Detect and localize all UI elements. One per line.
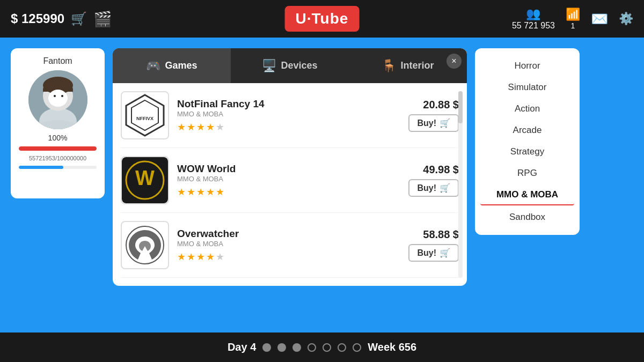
logo-container: U·Tube (285, 6, 360, 32)
item-logo-wow: W (121, 156, 169, 204)
genre-item-rpg[interactable]: RPG (480, 164, 574, 183)
shop-tabs: 🎮 Games 🖥️ Devices 🪑 Interior × (113, 48, 467, 83)
buy-label-nffivx: Buy! (417, 119, 436, 128)
item-stars-nffivx: ★★★★★ (177, 121, 400, 133)
signal-icon: 📶 (566, 8, 580, 21)
item-logo-overwatcher (121, 221, 169, 269)
item-title-overwatcher: Overwatcher (177, 228, 400, 240)
mail-icon[interactable]: ✉️ (591, 11, 608, 27)
devices-tab-icon: 🖥️ (262, 59, 276, 73)
progress-dot-4 (308, 343, 316, 352)
genre-item-simulator[interactable]: Simulator (480, 78, 574, 97)
progress-dot-3 (292, 343, 301, 352)
logo-text: U·Tube (296, 10, 349, 27)
buy-button-nffivx[interactable]: Buy! 🛒 (408, 114, 459, 132)
genre-item-arcade[interactable]: Arcade (480, 121, 574, 140)
sub-count: 55721953/100000000 (29, 155, 86, 161)
item-stars-wow: ★★★★★ (177, 186, 400, 198)
tab-games-label: Games (165, 60, 197, 71)
progress-dot-5 (323, 343, 331, 352)
top-bar-right: 👥 55 721 953 📶 1 ✉️ ⚙️ (512, 7, 633, 31)
money-display: $ 125990 (11, 11, 64, 26)
item-price-section-wow: 49.98 $ Buy! 🛒 (408, 164, 459, 197)
games-tab-icon: 🎮 (146, 59, 160, 73)
subscribers-display: 👥 55 721 953 (512, 7, 555, 31)
subscribers-count: 55 721 953 (512, 21, 555, 31)
svg-point-4 (48, 90, 68, 107)
signal-number: 1 (571, 21, 575, 30)
subscribers-icon: 👥 (526, 7, 540, 21)
genre-item-strategy[interactable]: Strategy (480, 142, 574, 161)
svg-text:NFFIVX: NFFIVX (136, 116, 153, 121)
item-genre-overwatcher: MMO & MOBA (177, 240, 400, 248)
interior-tab-icon: 🪑 (382, 59, 396, 73)
item-stars-overwatcher: ★★★★★ (177, 251, 400, 263)
progress-dot-1 (262, 343, 271, 352)
genre-item-action[interactable]: Action (480, 99, 574, 119)
item-price-nffivx: 20.88 $ (423, 99, 459, 111)
profile-name: Fantom (43, 56, 72, 66)
signal-group: 📶 1 (566, 8, 580, 30)
svg-rect-10 (122, 92, 168, 138)
main-content: Fantom 100 (0, 38, 644, 362)
item-details-overwatcher: Overwatcher MMO & MOBA ★★★★★ (177, 228, 400, 263)
svg-point-7 (54, 95, 56, 97)
item-title-nffivx: NotFinal Fancy 14 (177, 98, 400, 110)
shop-item-wow: W WOW World MMO & MOBA ★★★★★ 49.98 $ Buy… (121, 156, 459, 213)
progress-bar (19, 146, 97, 151)
item-details-nffivx: NotFinal Fancy 14 MMO & MOBA ★★★★★ (177, 98, 400, 133)
genre-sidebar: Horror Simulator Action Arcade Strategy … (475, 48, 580, 235)
buy-button-wow[interactable]: Buy! 🛒 (408, 179, 459, 197)
svg-text:W: W (135, 167, 155, 189)
item-price-wow: 49.98 $ (423, 164, 459, 176)
scrollbar-track (458, 91, 463, 278)
tab-interior-label: Interior (400, 60, 434, 71)
shop-modal: 🎮 Games 🖥️ Devices 🪑 Interior × (113, 48, 467, 286)
progress-bar-fill (19, 146, 97, 151)
cart-icon[interactable]: 🛒 (71, 11, 87, 26)
bottom-bar: Day 4 Week 656 (0, 333, 644, 362)
scrollbar-thumb[interactable] (458, 91, 463, 123)
day-label: Day 4 (228, 341, 256, 353)
buy-cart-icon-wow: 🛒 (440, 183, 450, 193)
item-price-overwatcher: 58.88 $ (423, 228, 459, 241)
shop-item-overwatcher: Overwatcher MMO & MOBA ★★★★★ 58.88 $ Buy… (121, 221, 459, 278)
item-genre-nffivx: MMO & MOBA (177, 110, 400, 118)
item-price-section-nffivx: 20.88 $ Buy! 🛒 (408, 99, 459, 132)
tab-games[interactable]: 🎮 Games (113, 48, 231, 83)
svg-point-8 (61, 95, 63, 97)
buy-button-overwatcher[interactable]: Buy! 🛒 (408, 244, 459, 262)
tab-devices-label: Devices (281, 60, 317, 71)
sub-bar-fill (19, 166, 63, 169)
genre-item-mmo[interactable]: MMO & MOBA (480, 185, 574, 205)
avatar (28, 70, 87, 129)
item-details-wow: WOW World MMO & MOBA ★★★★★ (177, 163, 400, 198)
progress-dot-2 (277, 343, 286, 352)
shop-items-list: NFFIVX NotFinal Fancy 14 MMO & MOBA ★★★★… (113, 83, 467, 286)
genre-item-horror[interactable]: Horror (480, 56, 574, 76)
item-logo-nffivx: NFFIVX (121, 91, 169, 139)
week-label: Week 656 (368, 341, 416, 353)
shop-item-nffivx: NFFIVX NotFinal Fancy 14 MMO & MOBA ★★★★… (121, 91, 459, 148)
tab-devices[interactable]: 🖥️ Devices (231, 48, 349, 83)
top-bar: $ 125990 🛒 🎬 U·Tube 👥 55 721 953 📶 1 ✉️ … (0, 0, 644, 38)
close-button[interactable]: × (447, 54, 462, 69)
buy-cart-icon-overwatcher: 🛒 (440, 248, 450, 258)
top-bar-left: $ 125990 🛒 🎬 (11, 10, 112, 28)
genre-item-sandbox[interactable]: Sandbox (480, 208, 574, 227)
progress-dot-6 (338, 343, 346, 352)
item-genre-wow: MMO & MOBA (177, 175, 400, 183)
sub-bar (19, 166, 97, 169)
buy-label-wow: Buy! (417, 183, 436, 193)
profile-card: Fantom 100 (11, 48, 105, 198)
buy-label-overwatcher: Buy! (417, 248, 436, 258)
film-icon[interactable]: 🎬 (93, 10, 112, 28)
settings-icon[interactable]: ⚙️ (619, 12, 633, 26)
item-title-wow: WOW World (177, 163, 400, 175)
progress-dot-7 (353, 343, 361, 352)
item-price-section-overwatcher: 58.88 $ Buy! 🛒 (408, 228, 459, 262)
buy-cart-icon-nffivx: 🛒 (440, 118, 450, 128)
progress-label: 100% (48, 134, 68, 142)
